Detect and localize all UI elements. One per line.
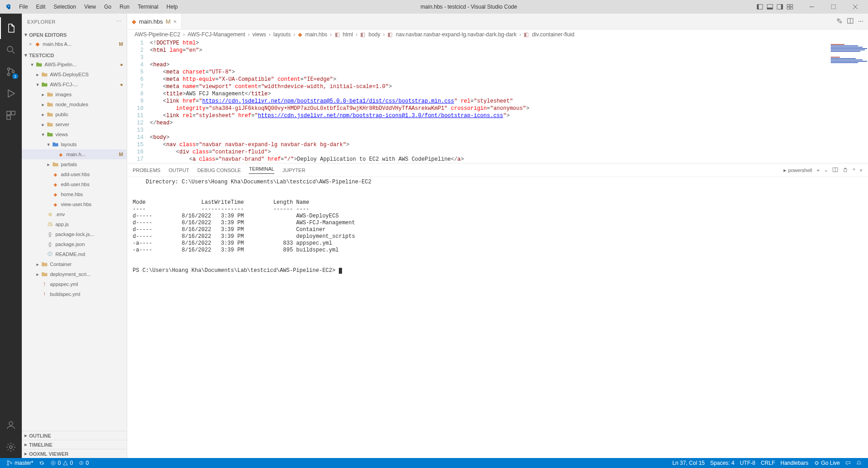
tree-item-view-user-hbs[interactable]: ◆view-user.hbs [22,199,127,209]
panel-tab-terminal[interactable]: TERMINAL [249,166,274,174]
folder-icon [41,81,48,88]
tree-item-views[interactable]: ▾views [22,129,127,139]
status-indentation[interactable]: Spaces: 4 [708,460,737,466]
terminal-kill-icon[interactable] [843,167,848,173]
activity-extensions[interactable] [0,104,22,126]
tree-item-node-modules[interactable]: ▸node_modules [22,99,127,109]
breadcrumb[interactable]: AWS-Pipeline-EC2›AWS-FCJ-Management›view… [127,30,868,39]
status-cursor-position[interactable]: Ln 37, Col 15 [670,460,707,466]
tree-item-readme-md[interactable]: ⓘREADME.md [22,249,127,259]
menu-file[interactable]: File [15,2,31,12]
terminal-new-icon[interactable]: + [817,167,819,173]
breadcrumb-segment[interactable]: main.hbs [305,31,327,38]
panel-maximize-icon[interactable]: ^ [853,167,855,173]
breadcrumb-segment[interactable]: body [368,31,380,38]
tree-item-home-hbs[interactable]: ◆home.hbs [22,189,127,199]
status-sync[interactable] [36,460,48,466]
menu-terminal[interactable]: Terminal [134,2,162,12]
panel-close-icon[interactable]: × [860,167,863,173]
breadcrumb-segment[interactable]: html [343,31,353,38]
workspace-header[interactable]: ▾TESTCICD [22,51,127,59]
svg-rect-2 [767,5,773,10]
tree-item-aws-fcj----[interactable]: ▾AWS-FCJ-...● [22,79,127,89]
tree-item-server[interactable]: ▸server [22,119,127,129]
status-problems[interactable]: 0 0 [48,460,75,466]
tree-item-images[interactable]: ▸images [22,89,127,99]
panel-tab-jupyter[interactable]: JUPYTER [283,167,305,173]
activity-settings[interactable] [0,436,22,458]
svg-rect-8 [787,7,789,9]
terminal-dropdown-icon[interactable]: ⌄ [824,167,828,173]
tree-item-public[interactable]: ▸public [22,109,127,119]
timeline-header[interactable]: ▸TIMELINE [22,440,127,449]
terminal-split-icon[interactable] [833,167,838,173]
status-port[interactable]: 0 [76,460,92,466]
tree-item--env[interactable]: ⚙.env [22,209,127,219]
tree-item-edit-user-hbs[interactable]: ◆edit-user.hbs [22,179,127,189]
tree-item-appspec-yml[interactable]: !appspec.yml [22,279,127,289]
status-notifications[interactable] [853,460,864,466]
open-editors-header[interactable]: ▾OPEN EDITORS [22,30,127,39]
panel-tab-problems[interactable]: PROBLEMS [133,167,160,173]
tree-item-main-h---[interactable]: ◆main.h...M [22,149,127,159]
breadcrumb-segment[interactable]: AWS-Pipeline-EC2 [134,31,180,38]
activity-accounts[interactable] [0,414,22,436]
layout-customize-icon[interactable] [786,3,794,10]
activity-source-control[interactable]: 1 [0,61,22,83]
svg-line-15 [12,51,15,54]
tree-item-app-js[interactable]: JSapp.js [22,219,127,229]
tree-item-buildspec-yml[interactable]: !buildspec.yml [22,289,127,299]
more-actions-icon[interactable]: ⋯ [858,18,863,25]
layout-panel-icon[interactable] [766,3,774,10]
terminal-shell-selector[interactable]: ▸powershell [784,167,812,173]
activity-run-debug[interactable] [0,83,22,104]
layout-sidebar-right-icon[interactable] [776,3,784,10]
menu-view[interactable]: View [80,2,99,12]
layout-sidebar-left-icon[interactable] [756,3,764,10]
breadcrumb-segment[interactable]: views [253,31,266,38]
terminal-output[interactable]: Directory: C:\Users\Hoang Kha\Documents\… [127,177,868,458]
tree-item-container[interactable]: ▸Container [22,259,127,269]
window-minimize-button[interactable] [803,0,821,14]
breadcrumb-segment[interactable]: AWS-FCJ-Management [188,31,245,38]
ooxml-header[interactable]: ▸OOXML VIEWER [22,449,127,458]
menu-run[interactable]: Run [116,2,133,12]
status-eol[interactable]: CRLF [758,460,778,466]
status-encoding[interactable]: UTF-8 [737,460,758,466]
close-icon[interactable]: × [174,18,177,25]
tree-item-deployment-scri---[interactable]: ▸deployment_scri... [22,269,127,279]
activity-search[interactable] [0,39,22,61]
editor-tab-main-hbs[interactable]: ◆ main.hbs M × [127,14,182,29]
panel-tab-debug-console[interactable]: DEBUG CONSOLE [197,167,241,173]
tree-item-package-lock-js---[interactable]: {}package-lock.js... [22,229,127,239]
activity-explorer[interactable] [0,17,22,39]
tree-item-package-json[interactable]: {}package.json [22,239,127,249]
status-language[interactable]: Handlebars [778,460,811,466]
menu-selection[interactable]: Selection [50,2,79,12]
status-feedback[interactable] [843,460,853,466]
menu-go[interactable]: Go [100,2,115,12]
breadcrumb-segment[interactable]: nav.navbar.navbar-expand-lg.navbar-dark.… [396,31,516,38]
code-editor[interactable]: 1234567891011121314151617 <!DOCTYPE html… [127,39,868,163]
breadcrumb-segment[interactable]: div.container-fluid [532,31,574,38]
status-branch[interactable]: master* [4,460,36,466]
panel-tab-output[interactable]: OUTPUT [169,167,189,173]
window-close-button[interactable] [846,0,864,14]
tree-item-add-user-hbs[interactable]: ◆add-user.hbs [22,169,127,179]
window-maximize-button[interactable] [824,0,843,14]
menu-help[interactable]: Help [163,2,182,12]
compare-changes-icon[interactable] [836,18,843,25]
svg-rect-3 [767,8,773,10]
sidebar-more-icon[interactable]: ⋯ [116,19,121,25]
split-editor-icon[interactable] [847,18,853,25]
menu-edit[interactable]: Edit [32,2,49,12]
tree-item-layouts[interactable]: ▾layouts [22,139,127,149]
outline-header[interactable]: ▸OUTLINE [22,431,127,440]
tree-item-partials[interactable]: ▸partials [22,159,127,169]
open-editor-item[interactable]: × ◆ main.hbs A... M [22,39,127,49]
breadcrumb-segment[interactable]: layouts [273,31,291,38]
tree-item-aws-deployecs[interactable]: ▸AWS-DeployECS [22,69,127,79]
minimap[interactable] [827,39,868,135]
status-go-live[interactable]: Go Live [811,460,843,466]
tree-item-aws-pipelin---[interactable]: ▾AWS-Pipelin...● [22,59,127,69]
